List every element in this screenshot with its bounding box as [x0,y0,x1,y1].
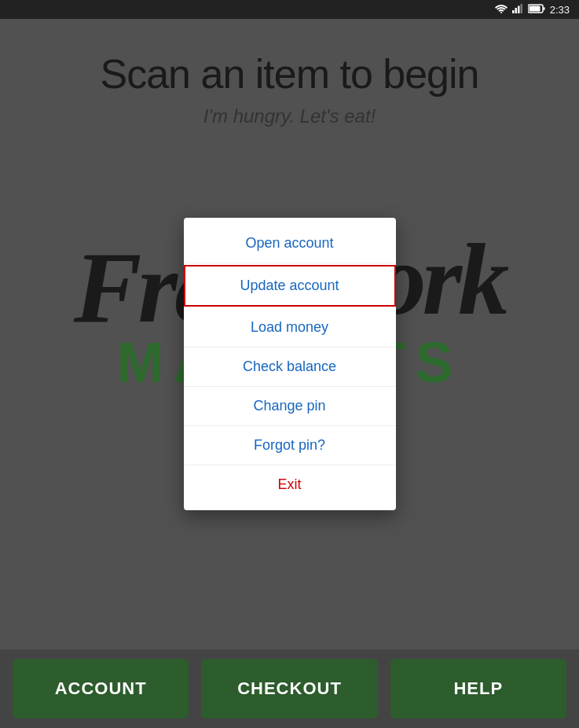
svg-rect-6 [529,6,540,11]
svg-rect-4 [520,4,522,13]
signal-icon [512,4,523,16]
svg-rect-2 [515,8,517,13]
dialog-item-load-money[interactable]: Load money [184,308,396,347]
dialog-overlay: Open accountUpdate accountLoad moneyChec… [0,0,579,728]
svg-rect-1 [512,10,515,13]
battery-icon [528,4,545,16]
wifi-icon [495,4,508,16]
dialog-item-open-account[interactable]: Open account [184,224,396,263]
help-btn[interactable]: Help [390,659,566,719]
dialog-item-exit[interactable]: Exit [184,465,396,504]
status-bar: 2:33 [0,0,579,19]
status-time: 2:33 [550,4,570,16]
bottom-bar: AccountCheckoutHelp [0,649,579,728]
checkout-btn[interactable]: Checkout [201,659,377,719]
dialog-item-check-balance[interactable]: Check balance [184,347,396,387]
svg-point-0 [500,12,502,13]
dialog-item-forgot-pin[interactable]: Forgot pin? [184,426,396,465]
svg-rect-7 [543,7,544,10]
account-btn[interactable]: Account [13,659,189,719]
account-dialog: Open accountUpdate accountLoad moneyChec… [184,218,396,510]
dialog-item-change-pin[interactable]: Change pin [184,387,396,426]
svg-rect-3 [518,6,520,13]
dialog-item-update-account[interactable]: Update account [184,265,396,307]
